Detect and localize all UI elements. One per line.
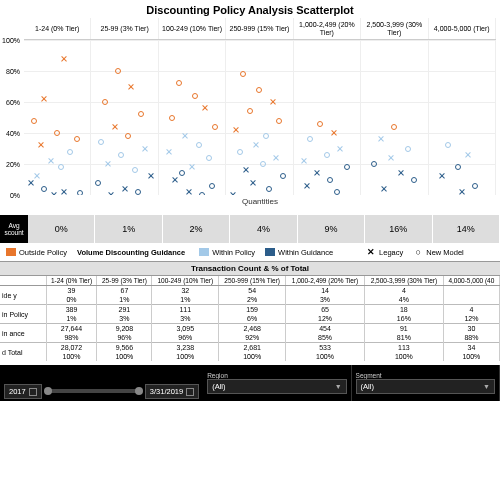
data-point[interactable] (186, 189, 192, 195)
data-point[interactable] (331, 130, 337, 136)
data-point[interactable] (48, 158, 54, 164)
data-point[interactable] (132, 167, 138, 173)
data-point[interactable] (176, 80, 182, 86)
data-point[interactable] (266, 186, 272, 192)
data-point[interactable] (95, 180, 101, 186)
data-point[interactable] (31, 118, 37, 124)
facet-header: 2,500-3,999 (30% Tier) (361, 18, 428, 39)
data-point[interactable] (77, 190, 83, 195)
data-point[interactable] (334, 189, 340, 195)
date-range-filter[interactable]: 2017 3/31/2019 (0, 365, 203, 401)
data-point[interactable] (135, 189, 141, 195)
data-point[interactable] (260, 161, 266, 167)
data-point[interactable] (189, 164, 195, 170)
data-point[interactable] (138, 111, 144, 117)
data-point[interactable] (125, 133, 131, 139)
data-point[interactable] (314, 170, 320, 176)
data-point[interactable] (172, 177, 178, 183)
segment-dropdown[interactable]: (All)▼ (356, 379, 495, 394)
data-point[interactable] (182, 133, 188, 139)
data-point[interactable] (250, 180, 256, 186)
data-point[interactable] (148, 173, 154, 179)
data-point[interactable] (28, 180, 34, 186)
data-point[interactable] (439, 173, 445, 179)
data-point[interactable] (263, 133, 269, 139)
data-point[interactable] (212, 124, 218, 130)
data-point[interactable] (166, 149, 172, 155)
data-point[interactable] (237, 149, 243, 155)
data-point[interactable] (327, 177, 333, 183)
data-point[interactable] (61, 189, 67, 195)
date-start-input[interactable]: 2017 (4, 384, 42, 399)
facet (91, 40, 158, 195)
data-point[interactable] (192, 93, 198, 99)
data-point[interactable] (209, 183, 215, 189)
data-point[interactable] (324, 152, 330, 158)
data-point[interactable] (459, 189, 465, 195)
data-point[interactable] (344, 164, 350, 170)
data-point[interactable] (112, 124, 118, 130)
data-point[interactable] (102, 99, 108, 105)
data-point[interactable] (74, 136, 80, 142)
region-dropdown[interactable]: (All)▼ (207, 379, 346, 394)
data-point[interactable] (38, 142, 44, 148)
data-point[interactable] (51, 192, 57, 195)
data-point[interactable] (206, 155, 212, 161)
data-point[interactable] (405, 146, 411, 152)
data-point[interactable] (273, 155, 279, 161)
data-point[interactable] (67, 149, 73, 155)
data-point[interactable] (381, 186, 387, 192)
data-point[interactable] (371, 161, 377, 167)
data-point[interactable] (54, 130, 60, 136)
data-point[interactable] (128, 84, 134, 90)
data-point[interactable] (378, 136, 384, 142)
data-point[interactable] (196, 142, 202, 148)
facet (361, 40, 428, 195)
scatter-chart: 100%80%60%40%20%0% 1-24 (0% Tier)25-99 (… (24, 18, 496, 213)
data-point[interactable] (391, 124, 397, 130)
data-point[interactable] (411, 177, 417, 183)
data-point[interactable] (202, 105, 208, 111)
data-point[interactable] (465, 152, 471, 158)
data-point[interactable] (307, 136, 313, 142)
data-point[interactable] (115, 68, 121, 74)
data-point[interactable] (34, 173, 40, 179)
data-point[interactable] (142, 146, 148, 152)
data-point[interactable] (61, 56, 67, 62)
data-point[interactable] (472, 183, 478, 189)
data-point[interactable] (105, 161, 111, 167)
data-point[interactable] (280, 173, 286, 179)
avg-cell: 2% (163, 215, 230, 243)
date-end-input[interactable]: 3/31/2019 (145, 384, 199, 399)
data-point[interactable] (243, 167, 249, 173)
data-point[interactable] (301, 158, 307, 164)
data-point[interactable] (41, 96, 47, 102)
data-point[interactable] (233, 127, 239, 133)
data-point[interactable] (276, 118, 282, 124)
data-point[interactable] (455, 164, 461, 170)
data-point[interactable] (256, 87, 262, 93)
data-point[interactable] (240, 71, 246, 77)
data-point[interactable] (398, 170, 404, 176)
data-point[interactable] (179, 170, 185, 176)
data-point[interactable] (98, 139, 104, 145)
data-point[interactable] (230, 192, 236, 195)
data-point[interactable] (199, 192, 205, 195)
data-point[interactable] (304, 183, 310, 189)
data-point[interactable] (247, 108, 253, 114)
data-point[interactable] (388, 155, 394, 161)
data-point[interactable] (58, 164, 64, 170)
data-point[interactable] (108, 192, 114, 195)
segment-filter[interactable]: Segment (All)▼ (352, 365, 500, 401)
data-point[interactable] (169, 115, 175, 121)
data-point[interactable] (253, 142, 259, 148)
data-point[interactable] (118, 152, 124, 158)
data-point[interactable] (317, 121, 323, 127)
data-point[interactable] (270, 99, 276, 105)
region-filter[interactable]: Region (All)▼ (203, 365, 351, 401)
date-slider[interactable] (46, 389, 141, 393)
data-point[interactable] (337, 146, 343, 152)
data-point[interactable] (41, 186, 47, 192)
data-point[interactable] (445, 142, 451, 148)
data-point[interactable] (122, 186, 128, 192)
